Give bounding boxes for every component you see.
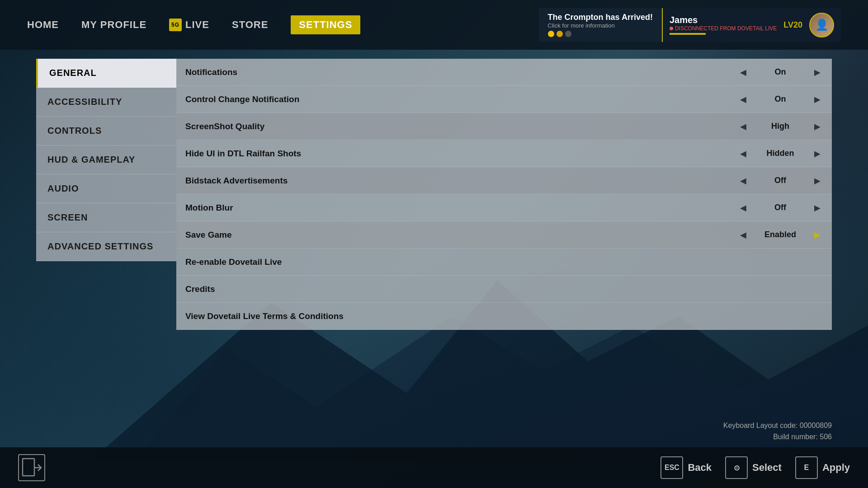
- level-bar: [670, 33, 706, 35]
- setting-label-save-game: Save Game: [185, 230, 710, 240]
- setting-row-control-change[interactable]: Control Change Notification ◀ On ▶: [176, 86, 832, 113]
- dot-3: [565, 31, 571, 37]
- status-indicator: [670, 27, 673, 30]
- screenshot-value: High: [758, 122, 803, 131]
- sidebar-item-hud[interactable]: HUD & GAMEPLAY: [36, 145, 176, 174]
- nav-store[interactable]: STORE: [232, 19, 268, 31]
- settings-panel: Notifications ◀ On ▶ Control Change Noti…: [176, 59, 832, 443]
- main-content: GENERAL ACCESSIBILITY CONTROLS HUD & GAM…: [36, 59, 832, 443]
- setting-label-control-change: Control Change Notification: [185, 94, 710, 104]
- bidstack-prev-btn[interactable]: ◀: [738, 176, 749, 186]
- setting-row-save-game[interactable]: Save Game ◀ Enabled ▶: [176, 221, 832, 249]
- sidebar-item-advanced[interactable]: ADVANCED SETTINGS: [36, 232, 176, 261]
- hide-ui-next-btn[interactable]: ▶: [812, 149, 823, 159]
- back-ctrl-btn[interactable]: ESC Back: [660, 456, 712, 479]
- setting-label-motion-blur: Motion Blur: [185, 203, 710, 213]
- keyboard-layout-text: Keyboard Layout code: 00000809: [723, 420, 832, 432]
- notification-dots: [548, 31, 653, 37]
- profile-level: LV20: [783, 20, 802, 30]
- dot-2: [557, 31, 563, 37]
- bottom-controls: ESC Back ⊙ Select E Apply: [660, 456, 850, 479]
- svg-rect-2: [23, 459, 34, 476]
- setting-control-save-game: ◀ Enabled ▶: [710, 230, 823, 240]
- profile-status: DISCONNECTED FROM DOVETAIL LIVE: [670, 25, 777, 32]
- setting-control-notifications: ◀ On ▶: [710, 67, 823, 77]
- save-game-next-btn[interactable]: ▶: [812, 230, 823, 240]
- bidstack-next-btn[interactable]: ▶: [812, 176, 823, 186]
- hide-ui-value: Hidden: [758, 149, 803, 158]
- action-label-terms: View Dovetail Live Terms & Conditions: [185, 311, 344, 321]
- nav-menu: HOME MY PROFILE 5G LIVE STORE SETTINGS: [27, 15, 539, 34]
- setting-control-screenshot: ◀ High ▶: [710, 122, 823, 131]
- profile-box[interactable]: James DISCONNECTED FROM DOVETAIL LIVE LV…: [662, 8, 841, 42]
- profile-name: James: [670, 15, 777, 25]
- setting-row-bidstack[interactable]: Bidstack Advertisements ◀ Off ▶: [176, 167, 832, 194]
- apply-label: Apply: [822, 462, 850, 474]
- setting-row-notifications[interactable]: Notifications ◀ On ▶: [176, 59, 832, 86]
- setting-label-notifications: Notifications: [185, 67, 710, 77]
- hide-ui-prev-btn[interactable]: ◀: [738, 149, 749, 159]
- action-row-credits[interactable]: Credits: [176, 276, 832, 303]
- apply-key: E: [795, 456, 818, 479]
- notification-subtitle: Click for more information: [548, 22, 653, 29]
- action-row-terms[interactable]: View Dovetail Live Terms & Conditions: [176, 303, 832, 330]
- back-key: ESC: [660, 456, 683, 479]
- save-game-prev-btn[interactable]: ◀: [738, 230, 749, 240]
- setting-control-motion-blur: ◀ Off ▶: [710, 203, 823, 213]
- screenshot-prev-btn[interactable]: ◀: [738, 122, 749, 131]
- sidebar-item-general[interactable]: GENERAL: [36, 59, 176, 88]
- sidebar-item-audio[interactable]: AUDIO: [36, 174, 176, 203]
- select-ctrl-btn[interactable]: ⊙ Select: [725, 456, 782, 479]
- notifications-next-btn[interactable]: ▶: [812, 67, 823, 77]
- build-info: Keyboard Layout code: 00000809 Build num…: [723, 420, 832, 443]
- motion-blur-value: Off: [758, 203, 803, 212]
- select-key: ⊙: [725, 456, 748, 479]
- nav-settings[interactable]: SETTINGS: [291, 15, 360, 34]
- setting-control-control-change: ◀ On ▶: [710, 94, 823, 104]
- avatar: 👤: [809, 13, 834, 38]
- back-label: Back: [688, 462, 712, 474]
- nav-my-profile[interactable]: MY PROFILE: [81, 19, 146, 31]
- sidebar-item-screen[interactable]: SCREEN: [36, 203, 176, 232]
- screenshot-next-btn[interactable]: ▶: [812, 122, 823, 131]
- setting-label-screenshot: ScreenShot Quality: [185, 122, 710, 131]
- topbar: HOME MY PROFILE 5G LIVE STORE SETTINGS T…: [0, 0, 868, 50]
- exit-door-icon: [21, 457, 42, 478]
- live-icon: 5G: [169, 19, 182, 31]
- save-game-value: Enabled: [758, 230, 803, 239]
- setting-control-hide-ui: ◀ Hidden ▶: [710, 149, 823, 159]
- control-change-value: On: [758, 94, 803, 104]
- status-text: DISCONNECTED FROM DOVETAIL LIVE: [675, 25, 777, 32]
- notifications-value: On: [758, 67, 803, 77]
- nav-home[interactable]: HOME: [27, 19, 59, 31]
- notification-title: The Crompton has Arrived!: [548, 13, 653, 22]
- nav-live-label: LIVE: [185, 19, 209, 31]
- control-change-next-btn[interactable]: ▶: [812, 94, 823, 104]
- build-number-text: Build number: 506: [723, 431, 832, 443]
- select-label: Select: [752, 462, 782, 474]
- setting-row-screenshot[interactable]: ScreenShot Quality ◀ High ▶: [176, 113, 832, 140]
- profile-info: James DISCONNECTED FROM DOVETAIL LIVE: [670, 15, 777, 35]
- motion-blur-next-btn[interactable]: ▶: [812, 203, 823, 213]
- action-row-reenable[interactable]: Re-enable Dovetail Live: [176, 249, 832, 276]
- notifications-prev-btn[interactable]: ◀: [738, 67, 749, 77]
- apply-ctrl-btn[interactable]: E Apply: [795, 456, 850, 479]
- setting-label-bidstack: Bidstack Advertisements: [185, 176, 710, 186]
- sidebar: GENERAL ACCESSIBILITY CONTROLS HUD & GAM…: [36, 59, 176, 443]
- sidebar-item-accessibility[interactable]: ACCESSIBILITY: [36, 88, 176, 117]
- action-label-credits: Credits: [185, 284, 215, 294]
- setting-label-hide-ui: Hide UI in DTL Railfan Shots: [185, 149, 710, 159]
- bottombar: ESC Back ⊙ Select E Apply: [0, 447, 868, 488]
- motion-blur-prev-btn[interactable]: ◀: [738, 203, 749, 213]
- setting-control-bidstack: ◀ Off ▶: [710, 176, 823, 186]
- control-change-prev-btn[interactable]: ◀: [738, 94, 749, 104]
- bidstack-value: Off: [758, 176, 803, 185]
- notification-box[interactable]: The Crompton has Arrived! Click for more…: [539, 8, 662, 42]
- exit-button[interactable]: [18, 454, 45, 481]
- action-label-reenable: Re-enable Dovetail Live: [185, 257, 282, 267]
- nav-live[interactable]: 5G LIVE: [169, 19, 209, 31]
- setting-row-hide-ui[interactable]: Hide UI in DTL Railfan Shots ◀ Hidden ▶: [176, 140, 832, 167]
- sidebar-item-controls[interactable]: CONTROLS: [36, 117, 176, 145]
- setting-row-motion-blur[interactable]: Motion Blur ◀ Off ▶: [176, 194, 832, 221]
- dot-1: [548, 31, 554, 37]
